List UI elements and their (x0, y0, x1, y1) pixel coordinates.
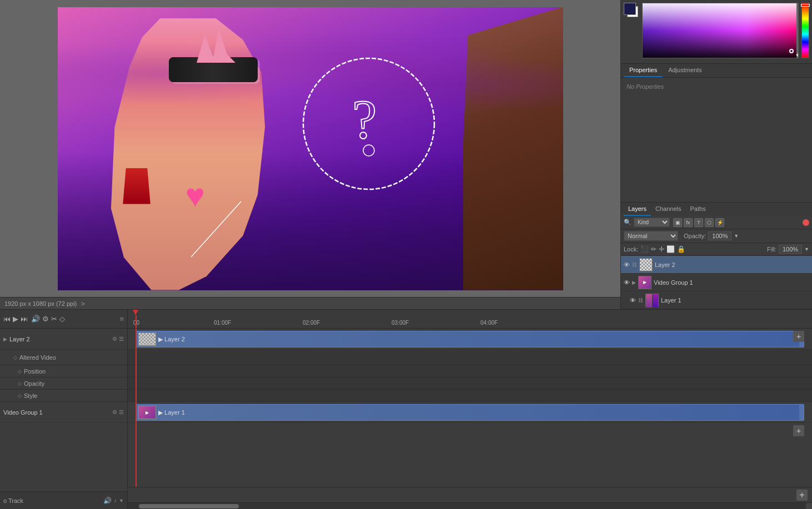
filter-kind-select[interactable]: Kind (634, 218, 670, 227)
eye-icon-layer2[interactable]: 👁 (624, 261, 630, 268)
color-swatches-container[interactable] (624, 3, 639, 18)
fill-label: Fill: (767, 246, 776, 253)
eye-icon-layer1[interactable]: 👁 (630, 297, 636, 304)
timeline-scrollbar-thumb[interactable] (139, 504, 239, 508)
svg-marker-4 (197, 29, 235, 63)
timeline-ruler[interactable]: 00 01:00F 02:00F 03:00F 04:00F (128, 310, 812, 329)
track2-menu-icon[interactable]: ☰ (119, 336, 124, 342)
timeline-scrollbar[interactable] (128, 502, 812, 509)
play-btn[interactable]: ▶ (13, 315, 18, 323)
tab-channels[interactable]: Channels (651, 203, 685, 216)
filter-toggle[interactable] (803, 219, 809, 226)
canvas-arrow[interactable]: > (81, 300, 84, 307)
fill-input[interactable] (779, 245, 802, 254)
step-forward-btn[interactable]: ⏭ (21, 315, 28, 323)
subtrack-style: ◇ Style (0, 390, 127, 402)
volume-btn[interactable]: 🔊 (31, 315, 40, 323)
clip-layer1[interactable]: ▶ ▶ Layer 1 (136, 404, 804, 421)
subtrack-opacity: ◇ Opacity (0, 377, 127, 390)
add-clip-layer1-btn[interactable]: + (793, 425, 804, 436)
spectrum-white-black (643, 3, 798, 58)
filter-pixel-icon[interactable]: ▣ (673, 218, 682, 227)
track2-options-icon[interactable]: ⚙ (112, 336, 117, 342)
subtrack-pos-label: Position (24, 368, 123, 375)
chain-icon-layer2: ⛓ (632, 262, 637, 268)
marker-btn[interactable]: ◇ (59, 315, 65, 323)
chain-icon-layer1: ⛓ (638, 298, 643, 303)
clip-layer2-label: ▶ Layer 2 (158, 336, 185, 343)
track-spacer (0, 423, 127, 491)
subtrack-row-style (128, 390, 812, 402)
playhead-ruler-line (136, 315, 137, 329)
layer-name-layer1: Layer 1 (661, 297, 681, 304)
settings-btn[interactable]: ⚙ (42, 315, 49, 323)
tab-paths[interactable]: Paths (686, 203, 710, 216)
tab-layers[interactable]: Layers (624, 203, 651, 216)
clip-layer1-resize[interactable] (799, 405, 804, 420)
subtrack-altered-label: Altered Video (19, 354, 123, 361)
filter-type-icon[interactable]: T (694, 218, 703, 227)
audio-volume-icon[interactable]: 🔊 (103, 497, 112, 505)
track2-expand-arrow[interactable]: ▶ (3, 336, 7, 342)
opacity-label: Opacity: (684, 233, 706, 239)
lock-brush-icon[interactable]: ✏ (651, 245, 656, 253)
properties-tabs: Properties Adjustments (621, 64, 812, 78)
add-clip-layer2-btn[interactable]: + (793, 331, 804, 342)
spectrum-cursor (789, 49, 794, 53)
blend-mode-select[interactable]: Normal (624, 231, 678, 241)
expand-icon-video-group[interactable]: ▶ (632, 280, 636, 285)
subtrack-style-keyframe-icon[interactable]: ◇ (18, 393, 22, 399)
vg-options-icon[interactable]: ⚙ (112, 409, 117, 415)
timeline-scrollbar-right[interactable] (805, 503, 812, 509)
add-track-btn[interactable]: + (796, 490, 808, 501)
spectrum-arrow (796, 52, 799, 58)
track-row-layer2: ▶ Layer 2 (128, 329, 812, 350)
eye-icon-video-group[interactable]: 👁 (624, 279, 630, 286)
subtrack-position: ◇ Position (0, 365, 127, 377)
hue-strip[interactable] (801, 3, 809, 58)
properties-content: No Properties (621, 78, 812, 202)
ruler-ticks (133, 324, 812, 328)
add-track-row: + (128, 487, 812, 502)
layer-item-layer1[interactable]: 👁 ⛓ Layer 1 (621, 291, 812, 309)
fill-dropdown-arrow[interactable]: ▼ (804, 246, 809, 252)
filter-smart-icon[interactable]: ⚡ (715, 218, 724, 227)
layer-item-layer2[interactable]: 👁 ⛓ Layer 2 (621, 256, 812, 274)
cloud-shapes (58, 18, 563, 129)
filter-icons: ▣ fx T ⬡ ⚡ (673, 218, 724, 227)
opacity-input[interactable] (708, 231, 731, 240)
audio-label: o Track (3, 497, 101, 504)
color-spectrum[interactable] (642, 3, 799, 58)
timeline-menu-btn[interactable]: ≡ (119, 315, 124, 323)
layers-panel: Layers Channels Paths 🔍 Kind ▣ fx T ⬡ (621, 202, 812, 309)
lock-checkerboard-icon[interactable]: ⬛ (640, 245, 649, 253)
subtrack-altered-keyframe-icon[interactable]: ◇ (13, 355, 17, 360)
layer-name-layer2: Layer 2 (655, 261, 675, 268)
audio-note-icon[interactable]: ♪ (114, 497, 117, 503)
filter-shape-icon[interactable]: ⬡ (705, 218, 714, 227)
lock-move-icon[interactable]: ✛ (659, 245, 664, 253)
clip-layer2[interactable]: ▶ Layer 2 (136, 331, 804, 347)
scissor-btn[interactable]: ✂ (51, 315, 57, 323)
subtrack-pos-keyframe-icon[interactable]: ◇ (18, 369, 22, 374)
rewind-btn[interactable]: ⏮ (3, 315, 11, 323)
track-label-layer2: ▶ Layer 2 ⚙ ☰ (0, 329, 127, 350)
add-buttons-column: + (793, 331, 804, 342)
thumb-layer2 (639, 258, 653, 271)
foreground-swatch[interactable] (624, 3, 636, 15)
tab-adjustments[interactable]: Adjustments (663, 64, 708, 77)
opacity-dropdown-arrow[interactable]: ▼ (734, 233, 739, 239)
vg-menu-icon[interactable]: ☰ (119, 409, 124, 415)
tool-indicator (624, 3, 639, 18)
lock-all-icon[interactable]: 🔒 (677, 245, 685, 253)
subtrack-opacity-keyframe-icon[interactable]: ◇ (18, 381, 22, 386)
filter-fx-icon[interactable]: fx (684, 218, 693, 227)
tab-properties[interactable]: Properties (624, 64, 663, 77)
timeline-controls-row: ⏮ ▶ ⏭ 🔊 ⚙ ✂ ◇ ≡ (0, 310, 127, 329)
hair-spikes (191, 24, 235, 68)
layer-item-video-group[interactable]: 👁 ▶ ▶ Video Group 1 (621, 274, 812, 291)
thumb-video-group: ▶ (638, 276, 651, 289)
lock-artboard-icon[interactable]: ⬜ (666, 245, 675, 253)
right-panel: Properties Adjustments No Properties Lay… (620, 0, 812, 309)
audio-dropdown[interactable]: ▼ (119, 498, 124, 503)
